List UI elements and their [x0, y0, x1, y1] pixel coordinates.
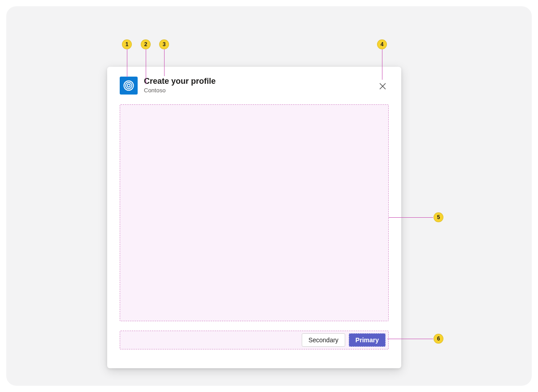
- callout-5: 5: [434, 212, 443, 222]
- primary-button[interactable]: Primary: [349, 333, 386, 347]
- callout-6: 6: [434, 334, 443, 344]
- close-button[interactable]: [376, 80, 389, 92]
- callout-4: 4: [377, 39, 387, 49]
- iframe-content-placeholder: [120, 104, 389, 321]
- leader-line: [127, 49, 127, 77]
- diagram-canvas: 1 2 3 4 5 6 Create your profile Contoso: [6, 6, 532, 386]
- dialog-header: Create your profile Contoso: [120, 77, 389, 95]
- task-dialog: Create your profile Contoso Secondary Pr…: [107, 67, 401, 368]
- leader-line: [387, 339, 433, 339]
- callout-2: 2: [141, 39, 151, 49]
- secondary-button[interactable]: Secondary: [302, 333, 345, 347]
- dialog-subtitle: Contoso: [144, 87, 216, 95]
- leader-line: [164, 49, 165, 76]
- spiral-icon: [123, 80, 134, 91]
- leader-line: [389, 217, 433, 218]
- close-icon: [379, 83, 386, 90]
- header-titles: Create your profile Contoso: [144, 77, 216, 94]
- app-icon: [120, 77, 138, 95]
- svg-point-2: [127, 84, 130, 87]
- callout-1: 1: [122, 39, 132, 49]
- leader-line: [146, 49, 146, 84]
- svg-point-1: [126, 82, 132, 89]
- dialog-footer-placeholder: Secondary Primary: [120, 331, 389, 349]
- dialog-title: Create your profile: [144, 77, 216, 86]
- leader-line: [382, 49, 382, 80]
- callout-3: 3: [159, 39, 169, 49]
